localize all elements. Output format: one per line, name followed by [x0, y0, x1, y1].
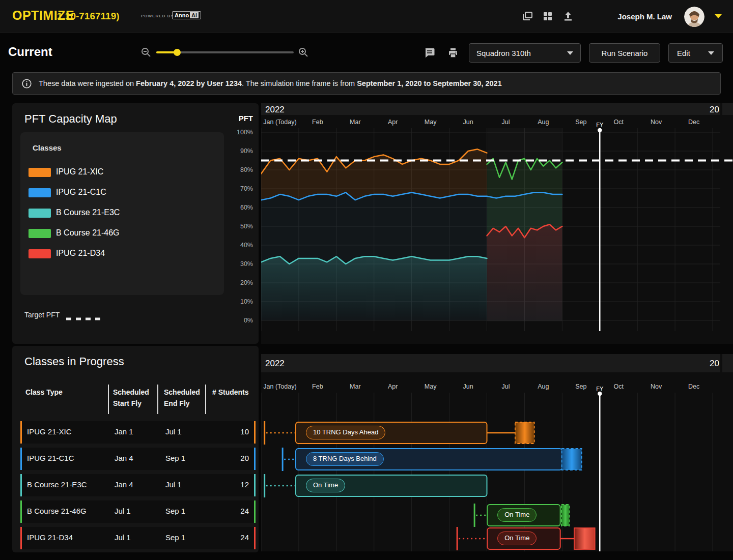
- table-row-b-course-21-46g[interactable]: B Course 21-46GJul 1Sep 124: [20, 500, 256, 523]
- table-row-ipug-21-c1c[interactable]: IPUG 21-C1CJan 4Sep 120: [20, 448, 256, 470]
- pft-axis-tick: 50%: [222, 223, 253, 230]
- c-type: IPUG 21-XIC: [27, 427, 72, 436]
- classes-gantt-chart[interactable]: 202220Jan (Today)FebMarAprMayJunJulAugSe…: [261, 354, 733, 551]
- user-name: Joseph M. Law: [617, 12, 672, 21]
- month-label: Aug: [538, 119, 549, 126]
- legend-label: IPUG 21-D34: [56, 249, 105, 258]
- month-label: Dec: [688, 383, 699, 390]
- table-row-ipug-21-d34[interactable]: IPUG 21-D34Jul 1Sep 124: [20, 527, 256, 549]
- c-end: Sep 1: [165, 533, 185, 542]
- vendor-name: Anno: [175, 12, 189, 18]
- c-start: Jan 1: [115, 427, 133, 436]
- legend-item-ipug-21-d34[interactable]: IPUG 21-D34: [20, 247, 224, 261]
- month-label: Mar: [350, 119, 361, 126]
- month-label: May: [425, 383, 437, 390]
- stacked-windows-icon[interactable]: [521, 10, 533, 22]
- print-icon[interactable]: [447, 47, 459, 61]
- legend-item-b-course-21-e3c[interactable]: B Course 21-E3C: [20, 206, 224, 220]
- month-label: May: [425, 119, 437, 126]
- pft-axis-tick: 40%: [222, 242, 253, 249]
- c-type: IPUG 21-C1C: [27, 454, 74, 462]
- pft-capacity-chart[interactable]: 202220Jan (Today)FebMarAprMayJunJulAugSe…: [261, 103, 733, 344]
- user-menu-caret-icon[interactable]: [715, 14, 722, 18]
- pft-capacity-title: PFT Capacity Map: [24, 112, 117, 126]
- month-label: Jan (Today): [263, 119, 296, 126]
- info-banner: These data were ingested on February 4, …: [12, 72, 721, 95]
- fy-marker-dot: [598, 128, 602, 132]
- c-start: Jul 1: [115, 507, 131, 515]
- legend-swatch: [29, 168, 51, 177]
- year-label: 2022: [265, 105, 285, 114]
- grid-apps-icon[interactable]: [542, 10, 554, 22]
- fy-marker-label: FY: [596, 386, 604, 392]
- legend-item-ipug-21-xic[interactable]: IPUG 21-XIC: [20, 165, 224, 180]
- column-divider: [108, 385, 109, 414]
- month-label: Jul: [501, 119, 510, 126]
- gantt-status-pill: On Time: [497, 532, 537, 545]
- classes-in-progress-title: Classes in Progress: [24, 355, 124, 368]
- avatar[interactable]: [684, 7, 704, 27]
- classes-legend: Classes IPUG 21-XICIPUG 21-C1CB Course 2…: [20, 132, 224, 295]
- c-stud: 10: [240, 427, 249, 436]
- edit-label: Edit: [677, 49, 690, 57]
- pft-axis-tick: 30%: [222, 260, 253, 268]
- month-label: Apr: [388, 119, 398, 126]
- pft-axis-tick: 20%: [222, 279, 253, 286]
- run-scenario-button[interactable]: Run Scenario: [589, 43, 660, 63]
- c-type: IPUG 21-D34: [27, 533, 73, 542]
- gantt-checkride-block[interactable]: [561, 505, 570, 526]
- legend-title: Classes: [33, 143, 62, 152]
- chevron-down-icon: [567, 51, 573, 55]
- upload-icon[interactable]: [562, 10, 574, 22]
- target-pft-dash-swatch: [66, 314, 103, 323]
- pft-axis-tick: 80%: [222, 166, 253, 173]
- slider-thumb[interactable]: [174, 49, 181, 56]
- classes-in-progress-card: Classes in Progress Class TypeScheduledS…: [12, 346, 259, 552]
- fy-marker-dot: [598, 392, 602, 396]
- zoom-in-icon[interactable]: [298, 47, 309, 60]
- gantt-checkride-block[interactable]: [562, 449, 582, 470]
- column-header: ScheduledEnd Fly: [164, 387, 200, 409]
- timeline-zoom-slider[interactable]: [156, 51, 294, 53]
- edit-menu-button[interactable]: Edit: [668, 43, 723, 63]
- c-stud: 24: [240, 533, 249, 542]
- month-label: Oct: [614, 119, 624, 126]
- month-label: Jun: [463, 119, 473, 126]
- target-pft-label: Target PFT: [24, 311, 60, 319]
- column-header: Class Type: [25, 387, 63, 398]
- table-row-b-course-21-e3c[interactable]: B Course 21-E3CJan 4Jul 112: [20, 474, 256, 496]
- month-label: Jan (Today): [263, 383, 296, 390]
- gantt-checkride-block[interactable]: [515, 422, 534, 444]
- vendor-badge: Ai: [190, 12, 199, 18]
- pft-axis-tick: 70%: [222, 185, 253, 192]
- squadron-select-value: Squadron 310th: [476, 49, 531, 57]
- c-end: Sep 1: [165, 454, 185, 462]
- month-label: Sep: [575, 383, 586, 390]
- legend-item-ipug-21-c1c[interactable]: IPUG 21-C1C: [20, 186, 224, 200]
- month-label: Feb: [312, 119, 323, 126]
- legend-item-b-course-21-46g[interactable]: B Course 21-46G: [20, 226, 224, 241]
- squadron-select[interactable]: Squadron 310th: [469, 43, 581, 63]
- c-stud: 24: [240, 507, 249, 515]
- gantt-status-pill: 10 TRNG Days Ahead: [306, 426, 385, 439]
- c-end: Jul 1: [165, 480, 182, 489]
- toolbar: Current Squadron 310th Run Scenario Edit: [0, 41, 733, 65]
- gantt-checkride-block[interactable]: [574, 528, 595, 549]
- month-label: Mar: [350, 383, 361, 390]
- year-label: 2022: [265, 359, 285, 368]
- c-start: Jan 4: [115, 480, 133, 489]
- powered-by-label: POWERED BY: [141, 14, 174, 18]
- column-header: # Students: [212, 387, 249, 398]
- vendor-logo: Anno Ai: [172, 11, 201, 19]
- zoom-out-icon[interactable]: [140, 47, 152, 60]
- column-divider: [157, 385, 158, 414]
- fy-marker-label: FY: [596, 122, 604, 128]
- legend-swatch: [29, 249, 51, 258]
- c-stud: 12: [240, 480, 249, 489]
- legend-label: B Course 21-46G: [56, 228, 120, 238]
- comment-icon[interactable]: [424, 47, 436, 61]
- next-year-label: 20: [710, 359, 719, 368]
- table-row-ipug-21-xic[interactable]: IPUG 21-XICJan 1Jul 110: [20, 421, 256, 444]
- month-label: Aug: [538, 383, 549, 390]
- pft-axis-label: PFT: [239, 114, 253, 123]
